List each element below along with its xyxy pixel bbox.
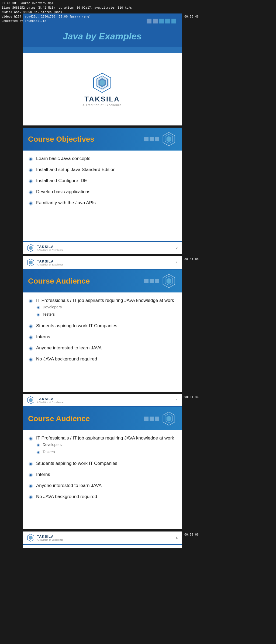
bullet3	[28, 179, 33, 185]
svg-marker-8	[167, 136, 171, 142]
svg-point-38	[38, 307, 39, 308]
slide3-subitem1-text: Developers	[43, 305, 62, 309]
slide2-item3: Install and Configure IDE	[28, 178, 175, 185]
slide4-subitem2: Testers	[36, 450, 174, 455]
timestamp3: 00:01:06	[184, 256, 203, 261]
slide2-item5: Familiarity with the Java APIs	[28, 200, 175, 207]
slide2-header-title: Course Objectives	[28, 135, 94, 144]
s3-h-dot2	[150, 279, 154, 283]
s3-h-dot1	[144, 279, 149, 283]
slide3-header: Course Audience	[23, 270, 182, 292]
slide4-top-brand: TAKSILA	[37, 397, 64, 401]
slide2-hex-icon	[161, 132, 176, 146]
svg-point-14	[30, 169, 32, 171]
slide3-subitem1: Developers	[36, 305, 174, 311]
slide2-and-time: Course Objectives	[23, 128, 276, 254]
dot2	[153, 19, 158, 23]
s4-h-dot3	[155, 417, 159, 421]
slide3-top-footer: TAKSILA A Tradition of Excellence 4	[23, 256, 182, 270]
slide4-item5-text: No JAVA background required	[36, 494, 97, 499]
slide5-logo: TAKSILA A Tradition of Excellence	[27, 534, 64, 542]
slide5-and-time: TAKSILA A Tradition of Excellence 4 00:0…	[23, 531, 276, 548]
s3-bullet3	[28, 335, 33, 342]
slide3-item1: IT Professionals / IT job aspirants requ…	[28, 298, 175, 319]
svg-point-35	[30, 300, 32, 302]
slide2-footer: TAKSILA A Tradition of Excellence 2	[23, 241, 182, 254]
slide4-top-logo: TAKSILA A Tradition of Excellence	[27, 396, 64, 404]
slide2-page-num: 2	[176, 246, 178, 250]
slide5-footer: TAKSILA A Tradition of Excellence 4	[23, 531, 182, 545]
slide5-brand: TAKSILA	[37, 534, 64, 539]
slide4-item4: Anyone interested to learn JAVA	[28, 483, 175, 490]
slide3-header-right	[144, 274, 176, 288]
taksila-name: TAKSILA	[84, 95, 120, 103]
slide2-item4: Develop basic applications	[28, 189, 175, 196]
slide2-item3-text: Install and Configure IDE	[36, 178, 87, 183]
s3-sub-bullet1	[36, 305, 40, 311]
file-info-line3: Audio: aac, 48000 Hz, stereo (und)	[2, 10, 132, 15]
svg-point-23	[30, 203, 32, 204]
h-dot2	[150, 137, 154, 141]
slide5-tagline: A Tradition of Excellence	[37, 539, 64, 541]
slide3-subitem2: Testers	[36, 312, 174, 318]
s3-bullet2	[28, 324, 33, 330]
svg-point-20	[30, 192, 32, 193]
slide4-top-tagline: A Tradition of Excellence	[37, 401, 64, 404]
svg-point-71	[30, 463, 32, 465]
slide4-and-time: TAKSILA A Tradition of Excellence 4 Cour…	[23, 394, 276, 529]
s4-sub-bullet2	[36, 450, 40, 455]
slide4-content: IT Professionals / IT job aspirants requ…	[23, 430, 182, 513]
svg-point-80	[30, 496, 32, 498]
slide1-dots	[147, 19, 176, 23]
slide3-top-page: 4	[176, 261, 178, 265]
svg-point-53	[30, 359, 32, 360]
dot5	[171, 19, 176, 23]
s4-bullet1	[28, 436, 33, 443]
slide4-subitem2-text: Testers	[43, 450, 55, 454]
slide2-item1: Learn basic Java concepts	[28, 156, 175, 163]
slide4-item1: IT Professionals / IT job aspirants requ…	[28, 435, 175, 457]
footer-hex-logo	[27, 244, 35, 252]
s4-bullet3	[28, 472, 33, 479]
slide3-header-title: Course Audience	[28, 277, 90, 285]
s3-sub-bullet2	[36, 313, 40, 318]
bullet2	[28, 168, 33, 174]
slide3-top-tagline: A Tradition of Excellence	[37, 263, 64, 266]
svg-marker-32	[167, 278, 171, 284]
slide3-item1-text: IT Professionals / IT job aspirants requ…	[36, 298, 174, 303]
svg-marker-59	[167, 416, 171, 422]
svg-point-50	[30, 348, 32, 349]
slide2-footer-brand: TAKSILA	[37, 245, 64, 249]
slide5-page: 4	[176, 536, 178, 540]
slide4-top-page: 4	[176, 398, 178, 402]
bullet1	[28, 156, 33, 163]
slide2-footer-logo: TAKSILA A Tradition of Excellence	[27, 244, 64, 252]
file-info-line1: File: 001 Course Overview.mp4	[2, 1, 132, 6]
svg-point-11	[30, 158, 32, 160]
slide1-and-time: Java by Examples TAKSILA	[23, 13, 276, 125]
s4-bullet2	[28, 461, 33, 468]
slide3-item3: Interns	[28, 334, 175, 342]
slide3-footer-hex	[27, 258, 35, 267]
slide4-item2-text: Students aspiring to work IT Companies	[36, 461, 117, 466]
slide2-item5-text: Familiarity with the Java APIs	[36, 200, 96, 206]
slide3-item5-text: No JAVA background required	[36, 356, 97, 362]
slide2-header: Course Objectives	[23, 128, 182, 151]
slide2-header-right	[144, 132, 176, 146]
page: File: 001 Course Overview.mp4 Size: 5688…	[0, 0, 276, 548]
slide1-title-area: Java by Examples	[23, 28, 182, 47]
svg-point-44	[30, 326, 32, 327]
bullet4	[28, 190, 33, 196]
slide1-title: Java by Examples	[23, 31, 182, 42]
slide3-header-dots	[144, 279, 159, 283]
slide4: TAKSILA A Tradition of Excellence 4 Cour…	[23, 394, 182, 529]
slide3-item4: Anyone interested to learn JAVA	[28, 345, 175, 353]
slide3-item4-text: Anyone interested to learn JAVA	[36, 345, 102, 351]
slide2-item4-text: Develop basic applications	[36, 189, 90, 195]
slide3-top-logo: TAKSILA A Tradition of Excellence	[27, 258, 64, 267]
slide3-item5: No JAVA background required	[28, 356, 175, 364]
taksila-tagline: A Tradition of Excellence	[82, 103, 122, 107]
s4-h-dot2	[150, 417, 154, 421]
s4-bullet5	[28, 495, 33, 501]
slide3-and-time: TAKSILA A Tradition of Excellence 4 Cour…	[23, 256, 276, 392]
